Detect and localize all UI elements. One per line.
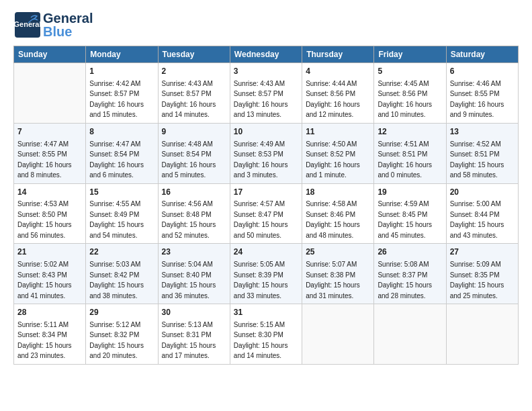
col-header-friday: Friday [374,46,446,63]
calendar-table: SundayMondayTuesdayWednesdayThursdayFrid… [13,46,519,365]
day-cell: 5Sunrise: 4:45 AM Sunset: 8:56 PM Daylig… [374,63,446,124]
day-number: 23 [162,246,226,258]
logo-blue: Blue [43,25,93,38]
day-cell: 20Sunrise: 5:00 AM Sunset: 8:44 PM Dayli… [446,183,518,244]
day-info: Sunrise: 5:07 AM Sunset: 8:38 PM Dayligh… [306,261,360,300]
col-header-monday: Monday [86,46,158,63]
day-info: Sunrise: 5:05 AM Sunset: 8:39 PM Dayligh… [234,261,288,300]
day-cell: 15Sunrise: 4:55 AM Sunset: 8:49 PM Dayli… [86,183,158,244]
week-row-4: 21Sunrise: 5:02 AM Sunset: 8:43 PM Dayli… [14,244,519,304]
day-cell: 4Sunrise: 4:44 AM Sunset: 8:56 PM Daylig… [302,63,374,124]
week-row-5: 28Sunrise: 5:11 AM Sunset: 8:34 PM Dayli… [14,304,519,365]
logo: General General Blue [13,11,93,39]
day-info: Sunrise: 4:58 AM Sunset: 8:46 PM Dayligh… [306,200,360,239]
col-header-saturday: Saturday [446,46,518,63]
day-cell [446,304,518,365]
day-cell: 22Sunrise: 5:03 AM Sunset: 8:42 PM Dayli… [86,244,158,304]
day-info: Sunrise: 5:11 AM Sunset: 8:34 PM Dayligh… [17,321,72,360]
day-cell: 6Sunrise: 4:46 AM Sunset: 8:55 PM Daylig… [446,63,518,124]
day-cell: 27Sunrise: 5:09 AM Sunset: 8:35 PM Dayli… [446,244,518,304]
day-number: 31 [234,307,298,318]
day-cell: 28Sunrise: 5:11 AM Sunset: 8:34 PM Dayli… [14,304,86,365]
logo-general: General [43,11,93,25]
day-cell: 31Sunrise: 5:15 AM Sunset: 8:30 PM Dayli… [230,304,302,365]
col-header-thursday: Thursday [302,46,374,63]
day-info: Sunrise: 4:50 AM Sunset: 8:52 PM Dayligh… [306,140,360,179]
day-info: Sunrise: 4:46 AM Sunset: 8:55 PM Dayligh… [450,80,504,119]
day-number: 21 [17,246,82,258]
day-cell: 8Sunrise: 4:47 AM Sunset: 8:54 PM Daylig… [86,123,158,183]
day-info: Sunrise: 5:13 AM Sunset: 8:31 PM Dayligh… [162,321,216,360]
day-info: Sunrise: 4:48 AM Sunset: 8:54 PM Dayligh… [162,140,216,179]
day-info: Sunrise: 4:42 AM Sunset: 8:57 PM Dayligh… [89,80,144,119]
day-cell: 26Sunrise: 5:08 AM Sunset: 8:37 PM Dayli… [374,244,446,304]
day-cell: 11Sunrise: 4:50 AM Sunset: 8:52 PM Dayli… [302,123,374,183]
day-number: 6 [450,66,515,77]
day-cell: 23Sunrise: 5:04 AM Sunset: 8:40 PM Dayli… [158,244,230,304]
week-row-2: 7Sunrise: 4:47 AM Sunset: 8:55 PM Daylig… [14,123,519,183]
day-number: 2 [162,66,226,77]
day-info: Sunrise: 5:09 AM Sunset: 8:35 PM Dayligh… [450,261,504,300]
day-cell [14,63,86,124]
day-info: Sunrise: 5:04 AM Sunset: 8:40 PM Dayligh… [162,261,216,300]
day-info: Sunrise: 4:56 AM Sunset: 8:48 PM Dayligh… [162,200,216,239]
svg-text:General: General [14,20,42,28]
day-info: Sunrise: 4:43 AM Sunset: 8:57 PM Dayligh… [234,80,288,119]
day-cell: 17Sunrise: 4:57 AM Sunset: 8:47 PM Dayli… [230,183,302,244]
week-row-1: 1Sunrise: 4:42 AM Sunset: 8:57 PM Daylig… [14,63,519,124]
day-info: Sunrise: 4:55 AM Sunset: 8:49 PM Dayligh… [89,200,144,239]
col-header-tuesday: Tuesday [158,46,230,63]
day-cell: 25Sunrise: 5:07 AM Sunset: 8:38 PM Dayli… [302,244,374,304]
day-cell: 30Sunrise: 5:13 AM Sunset: 8:31 PM Dayli… [158,304,230,365]
header-row: SundayMondayTuesdayWednesdayThursdayFrid… [14,46,519,63]
day-cell: 3Sunrise: 4:43 AM Sunset: 8:57 PM Daylig… [230,63,302,124]
day-cell: 18Sunrise: 4:58 AM Sunset: 8:46 PM Dayli… [302,183,374,244]
day-info: Sunrise: 4:44 AM Sunset: 8:56 PM Dayligh… [306,80,360,119]
day-number: 5 [378,66,442,77]
day-info: Sunrise: 4:45 AM Sunset: 8:56 PM Dayligh… [378,80,432,119]
day-info: Sunrise: 5:02 AM Sunset: 8:43 PM Dayligh… [17,261,72,300]
day-number: 26 [378,246,442,258]
day-number: 13 [450,126,515,138]
day-number: 10 [234,126,298,138]
day-number: 12 [378,126,442,138]
week-row-3: 14Sunrise: 4:53 AM Sunset: 8:50 PM Dayli… [14,183,519,244]
day-info: Sunrise: 5:03 AM Sunset: 8:42 PM Dayligh… [89,261,144,300]
day-number: 4 [306,66,370,77]
day-cell: 9Sunrise: 4:48 AM Sunset: 8:54 PM Daylig… [158,123,230,183]
day-cell: 1Sunrise: 4:42 AM Sunset: 8:57 PM Daylig… [86,63,158,124]
header: General General Blue [13,11,519,39]
day-cell: 14Sunrise: 4:53 AM Sunset: 8:50 PM Dayli… [14,183,86,244]
day-number: 22 [89,246,154,258]
day-number: 17 [234,187,298,198]
day-info: Sunrise: 5:00 AM Sunset: 8:44 PM Dayligh… [450,200,504,239]
day-info: Sunrise: 5:12 AM Sunset: 8:32 PM Dayligh… [89,321,144,360]
day-number: 27 [450,246,515,258]
day-number: 8 [89,126,154,138]
day-cell [302,304,374,365]
day-number: 18 [306,187,370,198]
day-info: Sunrise: 5:08 AM Sunset: 8:37 PM Dayligh… [378,261,432,300]
day-number: 11 [306,126,370,138]
day-number: 20 [450,187,515,198]
day-number: 25 [306,246,370,258]
logo-icon: General [13,11,42,39]
day-number: 1 [89,66,154,77]
day-info: Sunrise: 4:52 AM Sunset: 8:51 PM Dayligh… [450,140,504,179]
day-info: Sunrise: 4:51 AM Sunset: 8:51 PM Dayligh… [378,140,432,179]
day-cell [374,304,446,365]
day-cell: 12Sunrise: 4:51 AM Sunset: 8:51 PM Dayli… [374,123,446,183]
day-info: Sunrise: 5:15 AM Sunset: 8:30 PM Dayligh… [234,321,288,360]
day-number: 16 [162,187,226,198]
day-info: Sunrise: 4:47 AM Sunset: 8:55 PM Dayligh… [17,140,72,179]
day-number: 24 [234,246,298,258]
day-number: 3 [234,66,298,77]
day-number: 9 [162,126,226,138]
day-cell: 7Sunrise: 4:47 AM Sunset: 8:55 PM Daylig… [14,123,86,183]
day-info: Sunrise: 4:59 AM Sunset: 8:45 PM Dayligh… [378,200,432,239]
day-cell: 29Sunrise: 5:12 AM Sunset: 8:32 PM Dayli… [86,304,158,365]
day-number: 15 [89,187,154,198]
day-number: 30 [162,307,226,318]
day-info: Sunrise: 4:53 AM Sunset: 8:50 PM Dayligh… [17,200,72,239]
col-header-sunday: Sunday [14,46,86,63]
